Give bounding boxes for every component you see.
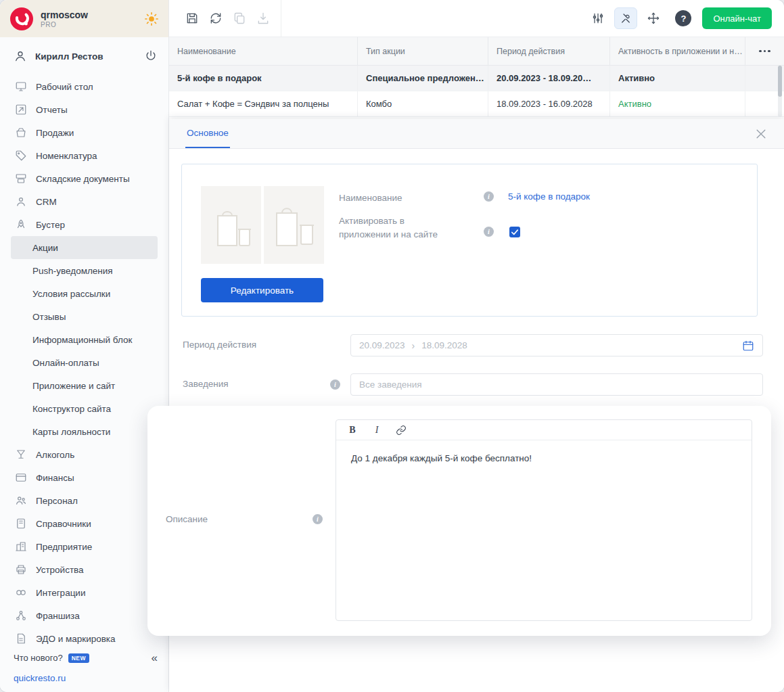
copy-icon[interactable] <box>233 11 246 25</box>
sidebar-item-label: Финансы <box>36 473 74 483</box>
sidebar-item-label: Рабочий стол <box>36 82 93 92</box>
sidebar-subitem-loyalty-cards[interactable]: Карты лояльности <box>0 420 168 443</box>
sidebar-item-desktop[interactable]: Рабочий стол <box>0 75 168 98</box>
description-editor-frame: B I До 1 декабря каждый 5-й кофе бесплат… <box>336 419 752 621</box>
sidebar-item-franchise[interactable]: Франшиза <box>0 604 168 627</box>
move-icon[interactable] <box>647 11 660 25</box>
sidebar-item-reports[interactable]: Отчеты <box>0 98 168 121</box>
venues-label: Заведения <box>183 379 229 389</box>
plan-badge: PRO <box>41 21 88 28</box>
period-to-value[interactable]: 18.09.2028 <box>421 340 467 350</box>
theme-toggle-sun-icon[interactable] <box>144 11 159 26</box>
refresh-icon[interactable] <box>209 11 223 25</box>
venues-input[interactable] <box>350 373 763 396</box>
staff-icon <box>15 494 27 507</box>
bold-icon[interactable]: B <box>346 423 359 437</box>
link-icon[interactable] <box>394 423 408 437</box>
venues-row: Заведения i <box>183 373 770 396</box>
info-icon[interactable]: i <box>330 379 340 390</box>
sidebar-subitem-label: Push-уведомления <box>32 266 113 276</box>
more-options-icon <box>759 50 770 53</box>
warehouse-docs-icon <box>15 172 27 185</box>
status-badge: Активно <box>609 66 745 91</box>
sidebar-subitem-online-payments[interactable]: Онлайн-оплаты <box>0 351 168 374</box>
sidebar-item-crm[interactable]: CRM <box>0 190 168 213</box>
column-header-name[interactable]: Наименование <box>169 37 357 65</box>
quickresto-link[interactable]: quickresto.ru <box>14 673 66 683</box>
column-header-activity[interactable]: Активность в приложении и н… <box>609 37 745 65</box>
sidebar-subitem-mailing-conditions[interactable]: Условия рассылки <box>0 282 168 305</box>
promo-name-value[interactable]: 5-й кофе в подарок <box>508 191 590 202</box>
italic-icon[interactable]: I <box>370 423 384 437</box>
whats-new-link[interactable]: Что нового? <box>14 653 63 663</box>
period-input[interactable]: 20.09.2023 › 18.09.2028 <box>350 334 763 356</box>
sidebar-item-alcohol[interactable]: Алкоголь <box>0 443 168 466</box>
sidebar-subitem-info-block[interactable]: Информационный блок <box>0 328 168 351</box>
column-header-type[interactable]: Тип акции <box>357 37 488 65</box>
close-icon[interactable] <box>754 127 768 141</box>
sidebar-item-nomenclature[interactable]: Номенклатура <box>0 144 168 167</box>
sidebar-item-booster[interactable]: Бустер <box>0 213 168 236</box>
sidebar-item-label: Интеграции <box>36 588 85 598</box>
sidebar-subitem-push-notifications[interactable]: Push-уведомления <box>0 259 168 282</box>
cell-period: 18.09.2023 - 16.09.2028 <box>488 91 609 116</box>
sidebar-item-label: CRM <box>36 197 57 207</box>
calendar-icon[interactable] <box>742 340 754 352</box>
app-activation-checkbox[interactable] <box>509 227 520 237</box>
description-card: Описание i B I До 1 декабря каждый 5-й к… <box>147 406 771 636</box>
promo-summary-card: Наименование i 5-й кофе в подарок Активи… <box>181 164 758 317</box>
sidebar-item-staff[interactable]: Персонал <box>0 489 168 512</box>
sidebar-item-edo[interactable]: ЭДО и маркировка <box>0 627 168 650</box>
reports-icon <box>15 103 27 116</box>
product-photo[interactable] <box>264 186 324 264</box>
sidebar-subitem-label: Отзывы <box>32 312 66 322</box>
devices-icon <box>15 563 27 576</box>
user-name: Кирилл Рестов <box>35 51 103 62</box>
column-header-period[interactable]: Период действия <box>488 37 609 65</box>
scrollbar-thumb[interactable] <box>778 66 782 97</box>
sidebar-subitem-site-builder[interactable]: Конструктор сайта <box>0 397 168 420</box>
help-button[interactable]: ? <box>675 10 691 26</box>
info-icon[interactable]: i <box>484 227 494 237</box>
sidebar-item-label: Устройства <box>36 565 84 575</box>
sidebar-item-sales[interactable]: Продажи <box>0 121 168 144</box>
sidebar-subitem-app-and-site[interactable]: Приложение и сайт <box>0 374 168 397</box>
sidebar-item-label: Персонал <box>36 496 78 506</box>
table-row[interactable]: Салат + Кофе = Сэндвич за полцены Комбо … <box>169 91 784 117</box>
product-photo[interactable] <box>201 186 261 264</box>
column-settings-button[interactable] <box>745 37 784 65</box>
description-editor[interactable]: До 1 декабря каждый 5-й кофе бесплатно! <box>336 440 752 478</box>
save-icon[interactable] <box>185 11 199 25</box>
logout-icon[interactable] <box>144 49 158 63</box>
sidebar-item-enterprise[interactable]: Предприятие <box>0 535 168 558</box>
sidebar-item-directories[interactable]: Справочники <box>0 512 168 535</box>
finance-icon <box>15 471 27 484</box>
sidebar-item-label: Франшиза <box>36 611 80 621</box>
sidebar-item-warehouse-docs[interactable]: Складские документы <box>0 167 168 190</box>
desktop-icon <box>15 80 27 93</box>
table-row[interactable]: 5-й кофе в подарок Специальное предложен… <box>169 66 784 91</box>
filters-icon[interactable] <box>591 11 605 25</box>
scrollbar-track <box>778 66 782 117</box>
sidebar-subitem-label: Онлайн-оплаты <box>32 358 99 368</box>
sidebar-item-finance[interactable]: Финансы <box>0 466 168 489</box>
alcohol-icon <box>15 448 27 461</box>
sidebar: qrmoscow PRO Кирилл Рестов Рабочий стол <box>0 0 169 692</box>
period-from-value[interactable]: 20.09.2023 <box>359 340 405 350</box>
info-icon[interactable]: i <box>484 191 494 202</box>
download-icon[interactable] <box>256 11 270 25</box>
sidebar-item-devices[interactable]: Устройства <box>0 558 168 581</box>
tab-main[interactable]: Основное <box>185 119 230 148</box>
edit-button[interactable]: Редактировать <box>201 278 323 302</box>
tools-button[interactable] <box>614 7 637 29</box>
main-area: ? Онлайн-чат Наименование Тип акции Пери… <box>169 0 784 692</box>
online-chat-button[interactable]: Онлайн-чат <box>702 7 772 29</box>
sidebar-subitem-reviews[interactable]: Отзывы <box>0 305 168 328</box>
user-row[interactable]: Кирилл Рестов <box>0 41 168 71</box>
sidebar-item-integrations[interactable]: Интеграции <box>0 581 168 604</box>
sidebar-item-label: Отчеты <box>36 105 68 115</box>
period-label: Период действия <box>183 340 256 350</box>
info-icon[interactable]: i <box>313 514 323 524</box>
sidebar-subitem-promotions[interactable]: Акции <box>11 236 158 259</box>
collapse-sidebar-icon[interactable]: « <box>152 652 158 664</box>
